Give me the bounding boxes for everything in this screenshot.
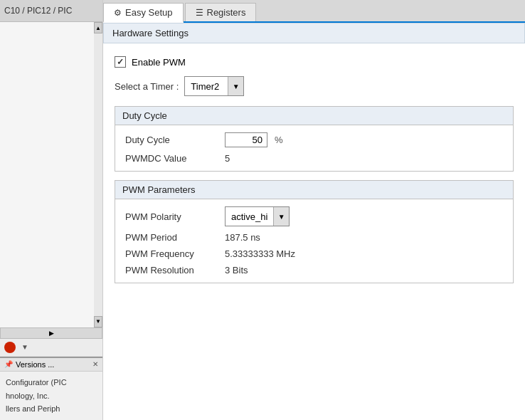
- pwm-polarity-row: PWM Polarity active_hi ▼: [125, 206, 503, 226]
- duty-cycle-header: Duty Cycle: [115, 107, 513, 125]
- sidebar: C10 / PIC12 / PIC ▲ ▼ ▶ ▼ 📌 Versions ...…: [0, 0, 103, 420]
- pwmdc-label: PWMDC Value: [125, 153, 218, 164]
- scroll-track: [94, 33, 102, 316]
- pwmdc-value-row: PWMDC Value 5: [125, 153, 503, 164]
- pwm-period-row: PWM Period 187.5 ns: [125, 232, 503, 243]
- content-area: Hardware Settings Enable PWM Select a Ti…: [103, 23, 525, 420]
- duty-cycle-body: Duty Cycle % PWMDC Value 5: [115, 125, 513, 171]
- versions-title-bar: 📌 Versions ... ✕: [0, 358, 102, 372]
- pwm-frequency-row: PWM Frequency 5.33333333 MHz: [125, 248, 503, 259]
- sidebar-scrollbar[interactable]: ▲ ▼: [94, 22, 102, 327]
- duty-cycle-group: Duty Cycle Duty Cycle % PWMDC Value 5: [115, 106, 514, 172]
- versions-content: Configurator (PIC hnology, Inc. llers an…: [0, 372, 102, 420]
- pwm-resolution-label: PWM Resolution: [125, 265, 218, 275]
- nav-right-button[interactable]: ▶: [0, 327, 102, 339]
- timer-dropdown-value: Timer2: [185, 79, 228, 94]
- versions-close-button[interactable]: ✕: [92, 360, 98, 368]
- timer-dropdown[interactable]: Timer2 ▼: [184, 76, 244, 96]
- versions-title: Versions ...: [16, 360, 54, 369]
- pwm-frequency-label: PWM Frequency: [125, 248, 218, 259]
- versions-line-1: Configurator (PIC: [6, 376, 97, 389]
- versions-line-2: hnology, Inc.: [6, 389, 97, 403]
- expand-arrow-icon[interactable]: ▼: [21, 343, 28, 351]
- timer-dropdown-arrow[interactable]: ▼: [228, 77, 243, 95]
- tab-bar: ⚙ Easy Setup ☰ Registers: [103, 0, 525, 23]
- duty-cycle-unit: %: [275, 135, 283, 145]
- pwm-parameters-body: PWM Polarity active_hi ▼ PWM Period 187.…: [115, 199, 513, 283]
- gear-icon: ⚙: [114, 8, 122, 18]
- enable-pwm-row: Enable PWM: [115, 56, 514, 68]
- main-panel: ⚙ Easy Setup ☰ Registers Hardware Settin…: [103, 0, 525, 420]
- registers-icon: ☰: [196, 8, 203, 18]
- pwm-resolution-row: PWM Resolution 3 Bits: [125, 265, 503, 275]
- versions-panel: 📌 Versions ... ✕ Configurator (PIC hnolo…: [0, 357, 102, 420]
- pwm-frequency-value: 5.33333333 MHz: [225, 248, 295, 259]
- pwm-period-value: 187.5 ns: [225, 232, 260, 243]
- hardware-settings-header: Hardware Settings: [103, 23, 525, 43]
- pwmdc-value: 5: [225, 153, 230, 164]
- pwm-parameters-header: PWM Parameters: [115, 181, 513, 199]
- duty-cycle-input[interactable]: [225, 132, 267, 147]
- select-timer-label: Select a Timer :: [115, 81, 179, 92]
- controls-row: ▼: [0, 339, 102, 357]
- pwm-resolution-value: 3 Bits: [225, 265, 248, 275]
- enable-pwm-checkbox[interactable]: [115, 56, 126, 68]
- polarity-dropdown-arrow[interactable]: ▼: [273, 207, 289, 226]
- polarity-dropdown[interactable]: active_hi ▼: [225, 206, 290, 226]
- settings-body: Enable PWM Select a Timer : Timer2 ▼ Dut…: [103, 51, 525, 300]
- sidebar-tree: [0, 22, 94, 327]
- duty-cycle-label: Duty Cycle: [125, 135, 218, 145]
- versions-line-3: llers and Periph: [6, 402, 97, 416]
- tab-registers[interactable]: ☰ Registers: [185, 3, 257, 21]
- duty-cycle-row: Duty Cycle %: [125, 132, 503, 147]
- pwm-polarity-label: PWM Polarity: [125, 211, 218, 222]
- pin-icon: 📌: [4, 360, 13, 368]
- red-circle-icon: [4, 342, 16, 353]
- scroll-up-button[interactable]: ▲: [94, 22, 102, 33]
- select-timer-row: Select a Timer : Timer2 ▼: [115, 76, 514, 96]
- scroll-down-button[interactable]: ▼: [94, 316, 102, 327]
- tab-registers-label: Registers: [207, 7, 246, 18]
- tab-easy-setup[interactable]: ⚙ Easy Setup: [103, 3, 184, 23]
- enable-pwm-label: Enable PWM: [132, 57, 186, 68]
- pwm-parameters-group: PWM Parameters PWM Polarity active_hi ▼ …: [115, 180, 514, 283]
- pwm-period-label: PWM Period: [125, 232, 218, 243]
- polarity-dropdown-value: active_hi: [226, 209, 273, 224]
- tab-easy-setup-label: Easy Setup: [125, 7, 173, 18]
- sidebar-header: C10 / PIC12 / PIC: [0, 0, 102, 22]
